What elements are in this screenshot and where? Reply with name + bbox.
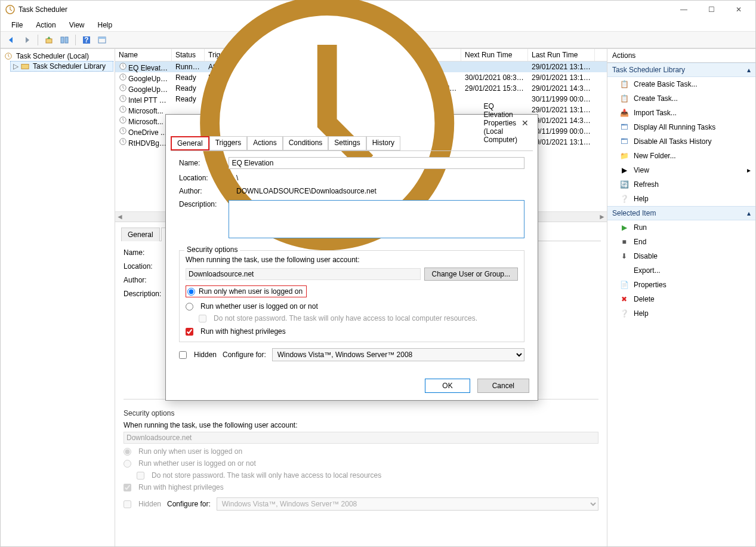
tree-expand-icon[interactable]: ▷ [13, 62, 18, 70]
action-item[interactable]: 📋Create Task... [607, 91, 755, 106]
app-window: Task Scheduler — ☐ ✕ File Action View He… [0, 0, 756, 547]
action-item[interactable]: 📋Create Basic Task... [607, 77, 755, 91]
dialog-radio-whether[interactable] [186, 303, 193, 311]
tree-pane: Task Scheduler (Local) ▷ Task Scheduler … [1, 49, 115, 546]
collapse-icon[interactable]: ▴ [747, 209, 751, 217]
clock-icon [4, 52, 13, 60]
window-controls: — ☐ ✕ [675, 4, 751, 16]
dialog-radio-whether-label: Run whether user is logged on or not [200, 302, 318, 311]
action-item[interactable]: Export... [607, 263, 755, 278]
account-field [124, 432, 598, 444]
maximize-button[interactable]: ☐ [703, 4, 720, 16]
actions-group-selected[interactable]: Selected Item ▴ [607, 206, 755, 220]
dialog-label-name: Name: [179, 159, 223, 167]
dialog-radio-logged-on-label: Run only when user is logged on [199, 287, 303, 296]
collapse-icon[interactable]: ▴ [747, 66, 751, 74]
check-highest [124, 484, 131, 491]
svg-rect-7 [98, 37, 106, 39]
svg-rect-3 [65, 37, 68, 43]
app-icon [5, 5, 15, 14]
svg-rect-2 [61, 37, 64, 43]
dialog-tab-actions[interactable]: Actions [247, 136, 282, 150]
security-options-section: Security options When running the task, … [124, 399, 598, 491]
tree-root-label: Task Scheduler (Local) [16, 52, 89, 60]
dialog-configure-for-label: Configure for: [223, 351, 266, 359]
toolbar-up-button[interactable] [43, 34, 55, 46]
dialog-security-legend: Security options [184, 245, 240, 254]
actions-heading: Actions [607, 49, 755, 63]
dialog-check-hidden-label: Hidden [194, 351, 217, 359]
col-last[interactable]: Last Run Time [528, 49, 595, 61]
ok-button[interactable]: OK [425, 379, 470, 393]
dialog-radio-logged-on[interactable] [187, 288, 195, 296]
svg-rect-9 [21, 64, 29, 69]
actions-group-library[interactable]: Task Scheduler Library ▴ [607, 63, 755, 77]
menu-view[interactable]: View [63, 20, 91, 30]
action-item[interactable]: 🗔Disable All Tasks History [607, 134, 755, 149]
radio-whether [124, 460, 131, 468]
configure-for-select: Windows Vista™, Windows Server™ 2008 [217, 497, 598, 511]
check-hidden [124, 500, 131, 508]
dialog-tab-history[interactable]: History [366, 136, 400, 150]
action-item[interactable]: 🔄Refresh [607, 177, 755, 192]
dialog-tab-conditions[interactable]: Conditions [283, 136, 329, 150]
tab-general[interactable]: General [121, 228, 160, 241]
cancel-button[interactable]: Cancel [477, 379, 529, 393]
actions-pane: Actions Task Scheduler Library ▴ 📋Create… [607, 49, 755, 546]
dialog-name-field[interactable] [229, 157, 524, 169]
dialog-tab-settings[interactable]: Settings [328, 136, 366, 150]
folder-icon [21, 62, 29, 70]
action-item[interactable]: ❔Help [607, 192, 755, 206]
action-item[interactable]: 📄Properties [607, 278, 755, 292]
action-item[interactable]: ❔Help [607, 306, 755, 321]
toolbar-tile-button[interactable] [58, 34, 70, 46]
col-name[interactable]: Name [115, 49, 172, 61]
check-highest-label: Run with highest privileges [138, 483, 224, 491]
action-item[interactable]: ⬇Disable [607, 249, 755, 263]
svg-rect-1 [46, 39, 52, 43]
dialog-check-highest[interactable] [186, 328, 193, 336]
dialog-configure-for-select[interactable]: Windows Vista™, Windows Server™ 2008 [272, 348, 524, 361]
change-user-button[interactable]: Change User or Group... [424, 268, 518, 281]
toolbar-pane-button[interactable] [96, 34, 108, 46]
toolbar-forward-button[interactable] [21, 34, 33, 46]
toolbar-separator [75, 35, 76, 45]
dialog-tab-general[interactable]: General [171, 136, 209, 150]
dialog-body: Name: Location:\ Author:DOWNLOADSOURCE\D… [171, 150, 533, 373]
dialog-label-description: Description: [179, 200, 223, 208]
dialog-footer: OK Cancel [166, 373, 538, 400]
minimize-button[interactable]: — [675, 4, 692, 16]
action-item[interactable]: 📥Import Task... [607, 106, 755, 120]
toolbar-help-button[interactable]: ? [81, 34, 92, 46]
properties-dialog: EQ Elevation Properties (Local Computer)… [165, 114, 538, 401]
dialog-security-text: When running the task, use the following… [186, 256, 518, 264]
dialog-tab-triggers[interactable]: Triggers [209, 136, 248, 150]
menu-file[interactable]: File [5, 20, 29, 30]
dialog-check-no-store [199, 315, 206, 322]
radio-logged-on-label: Run only when user is logged on [138, 447, 242, 456]
menu-help[interactable]: Help [92, 20, 119, 30]
menu-action[interactable]: Action [30, 20, 61, 30]
dialog-check-hidden[interactable] [179, 351, 187, 359]
security-account-text: When running the task, use the following… [124, 421, 598, 429]
close-button[interactable]: ✕ [730, 4, 747, 16]
dialog-tabs: General Triggers Actions Conditions Sett… [166, 131, 538, 150]
dialog-description-field[interactable] [229, 200, 524, 238]
action-item[interactable]: ■End [607, 235, 755, 249]
dialog-check-no-store-label: Do not store password. The task will onl… [214, 314, 477, 322]
action-item[interactable]: ▶View▸ [607, 163, 755, 177]
action-item[interactable]: ▶Run [607, 220, 755, 235]
configure-row: Hidden Configure for: Windows Vista™, Wi… [124, 497, 598, 511]
action-item[interactable]: 📁New Folder... [607, 149, 755, 163]
check-no-store [137, 472, 144, 480]
tree-library-label: Task Scheduler Library [33, 62, 106, 70]
check-hidden-label: Hidden [138, 500, 161, 508]
toolbar-back-button[interactable] [5, 34, 17, 46]
tree-library[interactable]: ▷ Task Scheduler Library [10, 61, 113, 72]
action-item[interactable]: ✖Delete [607, 292, 755, 306]
dialog-account-field [186, 268, 421, 280]
action-item[interactable]: 🗔Display All Running Tasks [607, 120, 755, 134]
dialog-location-value: \ [236, 174, 524, 182]
tree-root[interactable]: Task Scheduler (Local) [2, 51, 113, 61]
dialog-close-button[interactable]: ✕ [517, 118, 533, 128]
